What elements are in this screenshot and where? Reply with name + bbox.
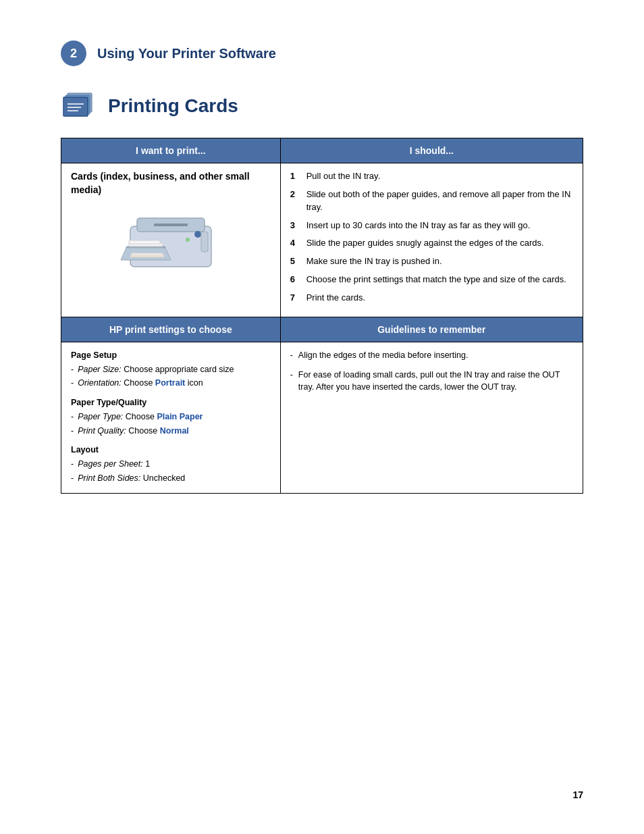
setting-item: -Orientation: Choose Portrait icon xyxy=(71,377,271,390)
svg-rect-2 xyxy=(63,97,88,116)
setting-text: Paper Size: Choose appropriate card size xyxy=(78,363,234,376)
setting-item: -Paper Type: Choose Plain Paper xyxy=(71,411,271,423)
setting-text: Paper Type: Choose Plain Paper xyxy=(78,411,203,423)
setting-group-title: Page Setup xyxy=(71,349,271,362)
page-container: 2 Using Your Printer Software Printing C… xyxy=(0,0,644,834)
step-item: 3Insert up to 30 cards into the IN tray … xyxy=(290,219,573,232)
step-number: 2 xyxy=(290,188,302,214)
step-text: Slide the paper guides snugly against th… xyxy=(306,237,544,250)
svg-point-11 xyxy=(194,231,201,238)
guideline-text: For ease of loading small cards, pull ou… xyxy=(298,369,573,394)
guidelines-block: -Align the edges of the media before ins… xyxy=(290,349,573,394)
settings-cell: Page Setup-Paper Size: Choose appropriat… xyxy=(61,342,281,493)
stacked-pages-icon xyxy=(61,90,99,122)
steps-list: 1Pull out the IN tray.2Slide out both of… xyxy=(290,170,573,305)
guideline-bullet: - xyxy=(290,349,293,362)
guideline-text: Align the edges of the media before inse… xyxy=(298,349,468,362)
step-item: 1Pull out the IN tray. xyxy=(290,170,573,183)
step-text: Choose the print settings that match the… xyxy=(306,273,566,286)
col4-header: Guidelines to remember xyxy=(280,317,583,342)
page-number: 17 xyxy=(572,789,583,800)
guideline-item: -Align the edges of the media before ins… xyxy=(290,349,573,362)
svg-rect-17 xyxy=(132,253,163,255)
section-heading: Printing Cards xyxy=(61,90,583,122)
chapter-badge: 2 xyxy=(61,41,86,66)
guidelines-cell: -Align the edges of the media before ins… xyxy=(280,342,583,493)
step-number: 6 xyxy=(290,273,302,286)
col2-header: I should... xyxy=(280,138,583,163)
setting-text: Print Both Sides: Unchecked xyxy=(78,472,185,485)
svg-point-15 xyxy=(186,238,190,242)
step-text: Slide out both of the paper guides, and … xyxy=(306,188,573,214)
table-row-cards: Cards (index, business, and other small … xyxy=(61,163,583,317)
setting-item: -Paper Size: Choose appropriate card siz… xyxy=(71,363,271,376)
setting-item: -Print Both Sides: Unchecked xyxy=(71,472,271,485)
step-item: 5Make sure the IN tray is pushed in. xyxy=(290,255,573,268)
step-number: 3 xyxy=(290,219,302,232)
printer-image-area xyxy=(71,206,271,287)
setting-item: -Print Quality: Choose Normal xyxy=(71,425,271,438)
svg-rect-10 xyxy=(129,240,160,244)
setting-group-title: Layout xyxy=(71,444,271,457)
setting-group-title: Paper Type/Quality xyxy=(71,396,271,409)
cards-title: Cards (index, business, and other small … xyxy=(71,170,271,197)
setting-text: Pages per Sheet: 1 xyxy=(78,458,150,471)
steps-cell: 1Pull out the IN tray.2Slide out both of… xyxy=(280,163,583,317)
setting-text: Orientation: Choose Portrait icon xyxy=(78,377,203,390)
table-row-settings-header: HP print settings to choose Guidelines t… xyxy=(61,317,583,342)
step-number: 7 xyxy=(290,292,302,305)
col1-header: I want to print... xyxy=(61,138,281,163)
step-text: Make sure the IN tray is pushed in. xyxy=(306,255,442,268)
step-number: 5 xyxy=(290,255,302,268)
main-table: I want to print... I should... Cards (in… xyxy=(61,138,583,494)
guideline-item: -For ease of loading small cards, pull o… xyxy=(290,369,573,394)
col3-header: HP print settings to choose xyxy=(61,317,281,342)
table-row-settings: Page Setup-Paper Size: Choose appropriat… xyxy=(61,342,583,493)
step-text: Insert up to 30 cards into the IN tray a… xyxy=(306,219,531,232)
svg-rect-12 xyxy=(154,224,188,226)
cards-left-cell: Cards (index, business, and other small … xyxy=(61,163,281,317)
setting-item: -Pages per Sheet: 1 xyxy=(71,458,271,471)
step-number: 1 xyxy=(290,170,302,183)
chapter-number: 2 xyxy=(70,47,77,61)
chapter-heading: 2 Using Your Printer Software xyxy=(61,41,583,66)
section-title: Printing Cards xyxy=(108,95,238,117)
settings-block: Page Setup-Paper Size: Choose appropriat… xyxy=(71,349,271,485)
step-item: 4Slide the paper guides snugly against t… xyxy=(290,237,573,250)
step-text: Print the cards. xyxy=(306,292,365,305)
step-item: 2Slide out both of the paper guides, and… xyxy=(290,188,573,214)
setting-text: Print Quality: Choose Normal xyxy=(78,425,189,438)
step-item: 7Print the cards. xyxy=(290,292,573,305)
step-number: 4 xyxy=(290,237,302,250)
guideline-bullet: - xyxy=(290,369,293,382)
svg-rect-13 xyxy=(201,232,208,252)
step-item: 6Choose the print settings that match th… xyxy=(290,273,573,286)
step-text: Pull out the IN tray. xyxy=(306,170,381,183)
table-header-row: I want to print... I should... xyxy=(61,138,583,163)
chapter-title: Using Your Printer Software xyxy=(97,46,276,61)
